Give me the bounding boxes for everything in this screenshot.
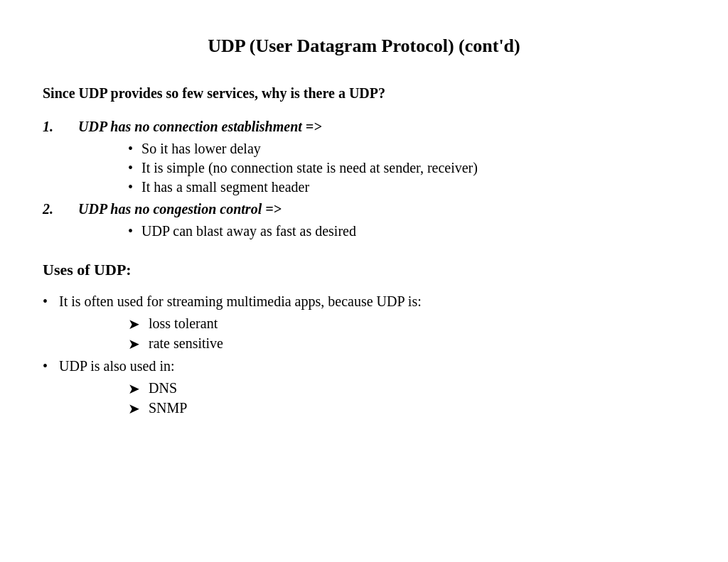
numbered-item-2: 2. UDP has no congestion control => <box>43 201 685 217</box>
item-2-label: UDP has no congestion control => <box>78 201 282 217</box>
item-1-label: UDP has no connection establishment => <box>78 119 322 135</box>
arrow-icon-1: ➤ <box>128 315 140 333</box>
uses-item-2-sub: ➤ DNS ➤ SNMP <box>128 380 685 417</box>
arrow-dns: ➤ DNS <box>128 380 685 397</box>
loss-tolerant-text: loss tolerant <box>149 315 218 332</box>
arrow-snmp: ➤ SNMP <box>128 400 685 417</box>
item-2-subbullets: UDP can blast away as fast as desired <box>128 223 685 239</box>
bullet-lower-delay: So it has lower delay <box>128 141 685 157</box>
uses-item-1-text: It is often used for streaming multimedi… <box>59 293 685 310</box>
arrow-loss-tolerant: ➤ loss tolerant <box>128 315 685 333</box>
uses-title: Uses of UDP: <box>43 261 685 279</box>
numbered-list: 1. UDP has no connection establishment =… <box>43 119 685 239</box>
uses-item-1: It is often used for streaming multimedi… <box>43 293 685 310</box>
arrow-icon-4: ➤ <box>128 400 140 417</box>
uses-item-1-sub: ➤ loss tolerant ➤ rate sensitive <box>128 315 685 352</box>
bullet-blast-away: UDP can blast away as fast as desired <box>128 223 685 239</box>
arrow-rate-sensitive: ➤ rate sensitive <box>128 335 685 352</box>
uses-item-2-text: UDP is also used in: <box>59 358 685 374</box>
question-text: Since UDP provides so few services, why … <box>43 85 685 102</box>
dns-text: DNS <box>149 380 177 396</box>
snmp-text: SNMP <box>149 400 187 416</box>
page-title: UDP (User Datagram Protocol) (cont'd) <box>43 36 685 57</box>
uses-list: It is often used for streaming multimedi… <box>43 293 685 417</box>
arrow-icon-3: ➤ <box>128 380 140 397</box>
numbered-item-1: 1. UDP has no connection establishment =… <box>43 119 685 135</box>
item-1-number: 1. <box>43 119 78 135</box>
rate-sensitive-text: rate sensitive <box>149 335 223 352</box>
uses-item-2: UDP is also used in: <box>43 358 685 374</box>
item-1-subbullets: So it has lower delay It is simple (no c… <box>128 141 685 195</box>
arrow-icon-2: ➤ <box>128 335 140 352</box>
item-2-number: 2. <box>43 201 78 217</box>
bullet-simple: It is simple (no connection state is nee… <box>128 160 685 176</box>
bullet-small-header: It has a small segment header <box>128 179 685 195</box>
